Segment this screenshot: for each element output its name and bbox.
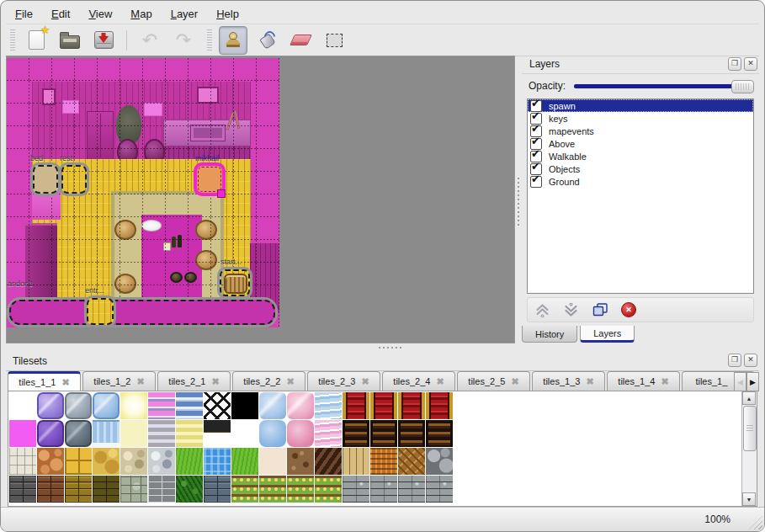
stamp-tool-button[interactable] <box>219 26 247 55</box>
resize-grip[interactable] <box>749 516 762 529</box>
tile-stripes-pink[interactable] <box>148 392 175 419</box>
eraser-tool-button[interactable] <box>286 26 315 55</box>
layer-row-Ground[interactable]: ✔Ground <box>528 175 753 188</box>
tile-brick-gray[interactable] <box>148 476 175 503</box>
tile-stone-green[interactable] <box>120 476 147 503</box>
tile-brick-dark[interactable] <box>9 476 36 503</box>
tileset-tab-tiles_2_2[interactable]: tiles_2_2✖ <box>232 371 305 391</box>
tile-curtain-red[interactable] <box>426 392 453 419</box>
save-file-button[interactable] <box>89 26 118 55</box>
tile-stripes-blue[interactable] <box>176 392 203 419</box>
tileset-tab-tiles_2_4[interactable]: tiles_2_4✖ <box>382 371 455 391</box>
tile-wave-pink[interactable] <box>315 420 342 447</box>
scrollbar-thumb[interactable] <box>743 406 757 451</box>
tab-close-icon[interactable]: ✖ <box>436 376 444 387</box>
tile-glass-blue[interactable] <box>93 392 120 419</box>
tile-grass-flowers[interactable] <box>287 476 314 503</box>
scroll-tabs-left-button[interactable]: ◀ <box>734 372 746 391</box>
tile-grass-flowers[interactable] <box>315 476 342 503</box>
tile-grass-flowers[interactable] <box>231 476 258 503</box>
lower-layer-icon[interactable] <box>563 303 579 317</box>
tile-curtain-brown[interactable] <box>398 420 425 447</box>
tileset-tab-tiles_2_1[interactable]: tiles_2_1✖ <box>157 371 231 391</box>
undo-button[interactable]: ↶ <box>135 26 164 55</box>
duplicate-layer-icon[interactable] <box>592 302 608 317</box>
menu-map[interactable]: Map <box>121 4 161 23</box>
tileset-tab-tiles_1_4[interactable]: tiles_1_4✖ <box>607 371 680 391</box>
tile-pale-yellow[interactable] <box>120 420 147 447</box>
tile-stripes-gray[interactable] <box>148 420 175 447</box>
tile-black[interactable] <box>231 392 258 419</box>
tab-close-icon[interactable]: ✖ <box>286 376 294 387</box>
tile-curtain-blue[interactable] <box>93 420 120 447</box>
map-object-andor[interactable] <box>7 297 278 327</box>
tile-glass-purple[interactable] <box>37 392 64 419</box>
layer-row-mapevents[interactable]: ✔mapevents <box>528 125 753 137</box>
tile-hedge[interactable] <box>176 476 203 503</box>
menu-file[interactable]: File <box>6 4 42 23</box>
scroll-down-button[interactable]: ▼ <box>742 492 756 506</box>
menu-edit[interactable]: Edit <box>42 4 79 23</box>
tile-stone-planks[interactable] <box>426 476 453 503</box>
tile-soft-blue[interactable] <box>259 420 286 447</box>
opacity-slider[interactable] <box>574 79 754 93</box>
tile-glass-gray-dark[interactable] <box>65 420 92 447</box>
layer-visibility-checkbox[interactable]: ✔ <box>530 176 542 188</box>
tileset-tab-tiles_1_3[interactable]: tiles_1_3✖ <box>532 371 605 391</box>
tile-lattice[interactable] <box>204 392 231 419</box>
raise-layer-icon[interactable] <box>534 303 550 317</box>
redo-button[interactable]: ↷ <box>169 26 198 55</box>
tab-close-icon[interactable]: ✖ <box>61 377 69 388</box>
toolbar-grip[interactable] <box>10 29 15 51</box>
tile-glass-gray[interactable] <box>65 392 92 419</box>
tile-sand[interactable] <box>259 448 286 475</box>
tile-path-yellow[interactable] <box>93 448 120 475</box>
tileset-tab-tiles_1_2[interactable]: tiles_1_2✖ <box>82 371 156 391</box>
tile-grass[interactable] <box>176 448 203 475</box>
tile-stone-planks[interactable] <box>343 476 369 503</box>
tile-brick-olive[interactable] <box>93 476 120 503</box>
tab-close-icon[interactable]: ✖ <box>361 376 369 387</box>
layer-row-Objects[interactable]: ✔Objects <box>528 162 753 175</box>
palette-scrollbar[interactable]: ▲ ▼ <box>741 391 757 506</box>
tile-cobble-orange[interactable] <box>37 448 64 475</box>
layer-row-keys[interactable]: ✔keys <box>528 112 753 125</box>
tile-curtain-red[interactable] <box>370 392 397 419</box>
tile-white[interactable] <box>9 392 36 419</box>
tile-stripes-yellow[interactable] <box>176 420 203 447</box>
tileset-tab-tiles_2_3[interactable]: tiles_2_3✖ <box>307 371 380 391</box>
scroll-tabs-right-button[interactable]: ▶ <box>746 372 759 391</box>
tile-cobble-gray[interactable] <box>426 448 453 475</box>
tile-white[interactable] <box>231 420 258 447</box>
layer-row-spawn[interactable]: ✔spawn <box>528 99 753 112</box>
tab-close-icon[interactable]: ✖ <box>661 376 668 387</box>
layer-row-Walkable[interactable]: ✔Walkable <box>528 150 753 162</box>
selection-handle[interactable] <box>217 189 226 198</box>
tileset-tab-tiles_1_1[interactable]: tiles_1_1✖ <box>8 371 81 391</box>
delete-layer-button[interactable]: ✕ <box>621 302 636 317</box>
tileset-tab-tiles_2_5[interactable]: tiles_2_5✖ <box>457 371 530 391</box>
map-object-bed[interactable] <box>30 162 61 196</box>
new-file-button[interactable]: ★ <box>22 26 50 55</box>
float-dock-button[interactable]: ❐ <box>728 57 741 71</box>
tile-grass-flowers[interactable] <box>259 476 286 503</box>
tile-water[interactable] <box>204 448 231 475</box>
tile-wave-blue[interactable] <box>315 392 342 419</box>
tile-shingles[interactable] <box>315 448 342 475</box>
tile-soft-pink[interactable] <box>287 420 314 447</box>
fill-tool-button[interactable] <box>252 26 281 55</box>
tile-stone-planks[interactable] <box>370 476 397 503</box>
horizontal-splitter[interactable] <box>6 343 759 352</box>
close-dock-button[interactable]: ✕ <box>744 57 757 71</box>
map-view[interactable]: bed rest mikhail andor:1 entr... start..… <box>6 56 515 343</box>
tile-magenta[interactable] <box>9 420 36 447</box>
tab-close-icon[interactable]: ✖ <box>511 376 518 387</box>
tile-tiles-yellow[interactable] <box>65 448 92 475</box>
tab-close-icon[interactable]: ✖ <box>136 376 144 387</box>
toolbar-grip-2[interactable] <box>207 29 212 51</box>
tile-weave[interactable] <box>370 448 397 475</box>
tab-layers[interactable]: Layers <box>580 326 635 343</box>
tab-history[interactable]: History <box>522 326 577 343</box>
scroll-up-button[interactable]: ▲ <box>742 391 756 405</box>
map-canvas[interactable]: bed rest mikhail andor:1 entr... start..… <box>7 58 279 327</box>
